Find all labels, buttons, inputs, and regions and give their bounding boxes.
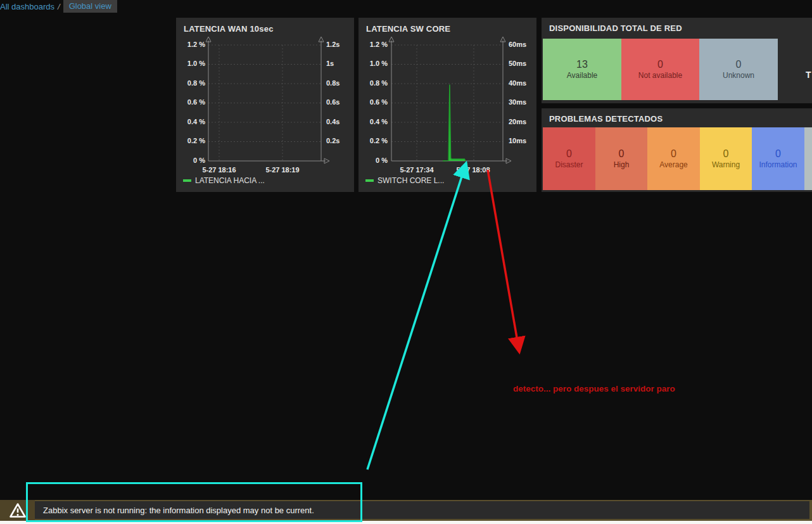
legend-swatch-icon xyxy=(365,179,374,182)
x-axis-label: 5-27 18:08 xyxy=(456,166,490,174)
warning-icon-box xyxy=(0,500,35,521)
y-axis-label: 1.2s xyxy=(326,41,339,48)
y-axis-label: 0.4s xyxy=(326,118,339,125)
count-label: Available xyxy=(567,70,597,80)
server-warning-message: Zabbix server is not running: the inform… xyxy=(35,501,809,519)
y-axis-label: 0.6 % xyxy=(360,98,388,106)
graph-legend: LATENCIA HACIA ... xyxy=(183,176,265,185)
count-value: 13 xyxy=(576,58,588,70)
y-axis-label: 60ms xyxy=(509,41,526,48)
y-axis-label: 0.6 % xyxy=(177,98,205,106)
count-label: Warning xyxy=(712,160,740,170)
problems-cell-warning[interactable]: 0 Warning xyxy=(700,127,752,190)
count-label: Information xyxy=(759,160,797,170)
widget-latencia-sw-core: LATENCIA SW CORE 1.2 % 1.0 % 0.8 % 0.6 %… xyxy=(358,18,536,192)
warning-triangle-icon xyxy=(9,502,27,519)
x-axis-label: 5-27 18:19 xyxy=(265,166,299,174)
y-axis-label: 50ms xyxy=(509,60,526,67)
y-axis-label: 0.4 % xyxy=(177,118,205,125)
count-value: 0 xyxy=(619,148,625,160)
problems-cell-high[interactable]: 0 High xyxy=(595,127,647,190)
y-axis-label: 30ms xyxy=(509,98,526,106)
y-axis-label: 0 % xyxy=(177,157,205,164)
count-label: High xyxy=(614,160,630,170)
widget-title: DISPONIBILIDAD TOTAL DE RED xyxy=(549,23,682,33)
y-axis-label: 0.2 % xyxy=(177,137,205,144)
y-axis-label: 40ms xyxy=(509,79,526,87)
count-value: 0 xyxy=(566,148,572,160)
count-value: 0 xyxy=(736,58,742,70)
y-axis-label: 0.6s xyxy=(326,98,339,106)
count-value: 0 xyxy=(723,148,729,160)
widget-problemas: PROBLEMAS DETECTADOS 0 Disaster 0 High 0… xyxy=(542,108,812,192)
y-axis-label: 1.0 % xyxy=(360,60,388,67)
y-axis-label: 1.0 % xyxy=(177,60,205,67)
count-label: Unknown xyxy=(723,70,754,80)
problems-cell-disaster[interactable]: 0 Disaster xyxy=(543,127,595,190)
server-warning-bar: Zabbix server is not running: the inform… xyxy=(0,500,812,521)
y-axis-label: 10ms xyxy=(509,137,526,144)
y-axis-label: 1.2 % xyxy=(177,41,205,48)
y-axis-label: 0.4 % xyxy=(360,118,388,125)
breadcrumb-all-dashboards-link[interactable]: All dashboards xyxy=(0,2,54,11)
graph-legend: SWITCH CORE L... xyxy=(365,176,444,185)
count-value: 0 xyxy=(671,148,676,160)
x-axis-label: 5-27 18:16 xyxy=(202,166,236,174)
breadcrumb: All dashboards / Global view xyxy=(0,1,117,12)
problems-cell-partial xyxy=(804,127,812,190)
availability-cell-available[interactable]: 13 Available xyxy=(543,39,621,100)
count-value: 0 xyxy=(657,58,663,70)
y-axis-label: 0.8s xyxy=(326,79,339,87)
annotation-red-note: detecto... pero despues el servidor paro xyxy=(513,384,675,393)
y-axis-label: 0 % xyxy=(360,157,388,164)
page-bottom-strip xyxy=(0,521,812,524)
legend-swatch-icon xyxy=(183,179,191,182)
y-axis-label: 20ms xyxy=(509,118,526,125)
count-label: Disaster xyxy=(555,160,583,170)
breadcrumb-current-global-view[interactable]: Global view xyxy=(63,0,117,13)
legend-label: SWITCH CORE L... xyxy=(377,176,444,185)
y-axis-label: 1.2 % xyxy=(360,41,388,48)
availability-cell-unknown[interactable]: 0 Unknown xyxy=(699,39,778,100)
count-label: Average xyxy=(659,160,687,170)
problems-cell-information[interactable]: 0 Information xyxy=(752,127,804,190)
widget-title: PROBLEMAS DETECTADOS xyxy=(549,114,663,124)
x-axis-label: 5-27 17:34 xyxy=(400,166,433,174)
y-axis-label: 0.8 % xyxy=(177,79,205,87)
cyan-arrow xyxy=(367,163,466,470)
breadcrumb-separator: / xyxy=(58,2,60,11)
problems-cell-average[interactable]: 0 Average xyxy=(647,127,700,190)
widget-latencia-wan: LATENCIA WAN 10sec 1.2 % 1.0 % 0.8 % 0.6… xyxy=(176,18,354,192)
availability-cells: 13 Available 0 Not available 0 Unknown xyxy=(543,39,778,100)
clipped-text: T xyxy=(806,70,811,80)
y-axis-label: 0.8 % xyxy=(360,79,388,87)
y-axis-label: 0.2s xyxy=(326,137,339,144)
red-arrow xyxy=(488,170,519,352)
availability-cell-not-available[interactable]: 0 Not available xyxy=(621,39,699,100)
problems-cells: 0 Disaster 0 High 0 Average 0 Warning 0 … xyxy=(543,127,812,190)
count-label: Not available xyxy=(638,70,682,80)
y-axis-label: 1s xyxy=(326,60,334,67)
widget-disponibilidad: DISPONIBILIDAD TOTAL DE RED 13 Available… xyxy=(542,18,812,103)
legend-label: LATENCIA HACIA ... xyxy=(195,176,265,185)
count-value: 0 xyxy=(775,148,781,160)
y-axis-label: 0.2 % xyxy=(360,137,388,144)
